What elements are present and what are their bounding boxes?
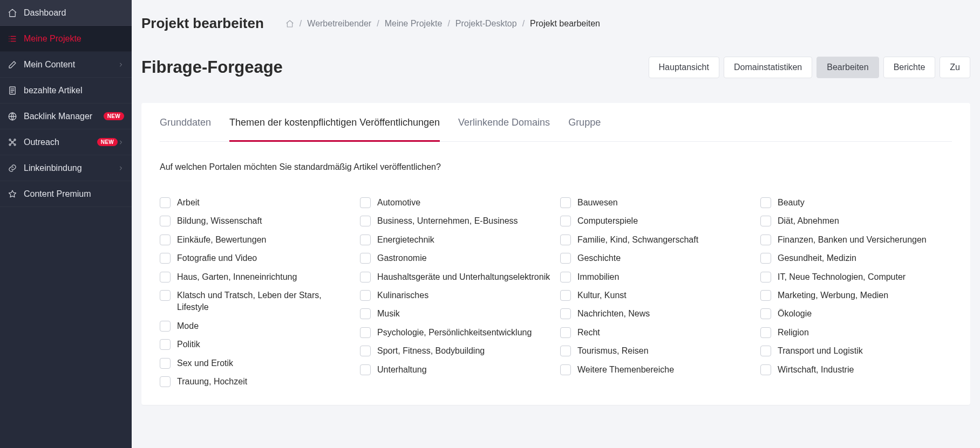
checkbox[interactable] [760,272,771,282]
checkbox[interactable] [760,346,771,356]
checkbox[interactable] [560,327,571,338]
checkbox[interactable] [160,290,171,301]
topic-checkbox-item[interactable]: Geschichte [560,249,752,267]
checkbox[interactable] [560,197,571,208]
checkbox[interactable] [160,272,171,282]
checkbox[interactable] [760,327,771,338]
topic-checkbox-item[interactable]: Finanzen, Banken und Versicherungen [760,231,952,249]
topic-checkbox-item[interactable]: Bildung, Wissenschaft [160,212,351,230]
topic-checkbox-item[interactable]: Recht [560,323,752,342]
topic-checkbox-item[interactable]: Transport und Logistik [760,342,952,360]
checkbox[interactable] [560,272,571,282]
topic-checkbox-item[interactable]: Weitere Themenbereiche [560,361,752,379]
sidebar-item-content-premium[interactable]: Content Premium [0,181,132,207]
checkbox[interactable] [360,272,371,282]
sidebar-item-dashboard[interactable]: Dashboard [0,0,132,26]
checkbox[interactable] [360,197,371,208]
topic-checkbox-item[interactable]: Religion [760,323,952,342]
berichte-button[interactable]: Berichte [883,57,936,78]
topic-checkbox-item[interactable]: Unterhaltung [360,361,552,379]
topic-checkbox-item[interactable]: Tourismus, Reisen [560,342,752,360]
sidebar-item-outreach[interactable]: OutreachNEW [0,129,132,155]
topic-checkbox-item[interactable]: Sport, Fitness, Bodybuilding [360,342,552,360]
topic-checkbox-item[interactable]: Business, Unternehmen, E-Business [360,212,552,230]
checkbox[interactable] [760,308,771,319]
topic-checkbox-item[interactable]: Nachrichten, News [560,305,752,323]
tab-grunddaten[interactable]: Grunddaten [160,103,211,142]
checkbox[interactable] [360,216,371,226]
checkbox[interactable] [360,346,371,356]
checkbox[interactable] [360,364,371,375]
topic-checkbox-item[interactable]: Trauung, Hochzeit [160,373,351,391]
checkbox[interactable] [560,364,571,375]
topic-checkbox-item[interactable]: Gastronomie [360,249,552,267]
checkbox[interactable] [360,290,371,301]
checkbox[interactable] [560,253,571,264]
checkbox[interactable] [160,216,171,226]
topic-checkbox-item[interactable]: Mode [160,317,351,335]
checkbox[interactable] [560,290,571,301]
topic-checkbox-item[interactable]: Klatsch und Tratsch, Leben der Stars, Li… [160,286,351,317]
home-icon[interactable] [285,19,294,28]
checkbox[interactable] [160,358,171,369]
checkbox[interactable] [560,346,571,356]
zu-button[interactable]: Zu [940,57,970,78]
topic-checkbox-item[interactable]: Fotografie und Video [160,249,351,267]
checkbox[interactable] [560,308,571,319]
topic-checkbox-item[interactable]: Ökologie [760,305,952,323]
topic-checkbox-item[interactable]: Haushaltsgeräte und Unterhaltungselektro… [360,268,552,286]
checkbox[interactable] [160,321,171,332]
topic-checkbox-item[interactable]: Kulinarisches [360,286,552,305]
topic-checkbox-item[interactable]: IT, Neue Technologien, Computer [760,268,952,286]
checkbox[interactable] [160,376,171,387]
topic-checkbox-item[interactable]: Kultur, Kunst [560,286,752,305]
tab-gruppe[interactable]: Gruppe [568,103,601,142]
domainstatistiken-button[interactable]: Domainstatistiken [724,57,812,78]
sidebar-item-backlink-manager[interactable]: Backlink ManagerNEW [0,104,132,129]
topic-checkbox-item[interactable]: Immobilien [560,268,752,286]
checkbox[interactable] [560,235,571,245]
breadcrumb-item[interactable]: Meine Projekte [385,19,443,29]
topic-checkbox-item[interactable]: Bauwesen [560,194,752,212]
topic-checkbox-item[interactable]: Energietechnik [360,231,552,249]
tab-themen-der-kostenpflichtigen-ver-ffentlichungen[interactable]: Themen der kostenpflichtigen Veröffentli… [229,103,440,142]
topic-checkbox-item[interactable]: Arbeit [160,194,351,212]
sidebar-item-linkeinbindung[interactable]: Linkeinbindung [0,155,132,181]
checkbox[interactable] [160,197,171,208]
topic-checkbox-item[interactable]: Musik [360,305,552,323]
checkbox[interactable] [160,235,171,245]
topic-checkbox-item[interactable]: Gesundheit, Medizin [760,249,952,267]
topic-checkbox-item[interactable]: Automotive [360,194,552,212]
topic-checkbox-item[interactable]: Diät, Abnehmen [760,212,952,230]
checkbox[interactable] [560,216,571,226]
checkbox[interactable] [760,290,771,301]
breadcrumb-item[interactable]: Werbetreibender [307,19,371,29]
checkbox[interactable] [760,197,771,208]
sidebar-item-meine-projekte[interactable]: Meine Projekte [0,26,132,52]
topic-checkbox-item[interactable]: Psychologie, Persönlichkeitsentwicklung [360,323,552,342]
topic-checkbox-item[interactable]: Politik [160,335,351,354]
checkbox[interactable] [360,253,371,264]
checkbox[interactable] [360,235,371,245]
topic-checkbox-item[interactable]: Computerspiele [560,212,752,230]
topic-checkbox-item[interactable]: Haus, Garten, Inneneinrichtung [160,268,351,286]
sidebar-item-mein-content[interactable]: Mein Content [0,52,132,78]
checkbox[interactable] [360,308,371,319]
topic-checkbox-item[interactable]: Marketing, Werbung, Medien [760,286,952,305]
topic-checkbox-item[interactable]: Einkäufe, Bewertungen [160,231,351,249]
topic-checkbox-item[interactable]: Sex und Erotik [160,354,351,373]
checkbox[interactable] [760,235,771,245]
topic-checkbox-item[interactable]: Familie, Kind, Schwangerschaft [560,231,752,249]
sidebar-item-bezahlte-artikel[interactable]: bezahlte Artikel [0,78,132,104]
bearbeiten-button[interactable]: Bearbeiten [816,57,879,78]
topic-checkbox-item[interactable]: Wirtschaft, Industrie [760,361,952,379]
checkbox[interactable] [760,364,771,375]
checkbox[interactable] [760,216,771,226]
breadcrumb-item[interactable]: Projekt-Desktop [455,19,517,29]
topic-checkbox-item[interactable]: Beauty [760,194,952,212]
tab-verlinkende-domains[interactable]: Verlinkende Domains [458,103,550,142]
checkbox[interactable] [160,339,171,350]
checkbox[interactable] [160,253,171,264]
checkbox[interactable] [360,327,371,338]
hauptansicht-button[interactable]: Hauptansicht [649,57,719,78]
